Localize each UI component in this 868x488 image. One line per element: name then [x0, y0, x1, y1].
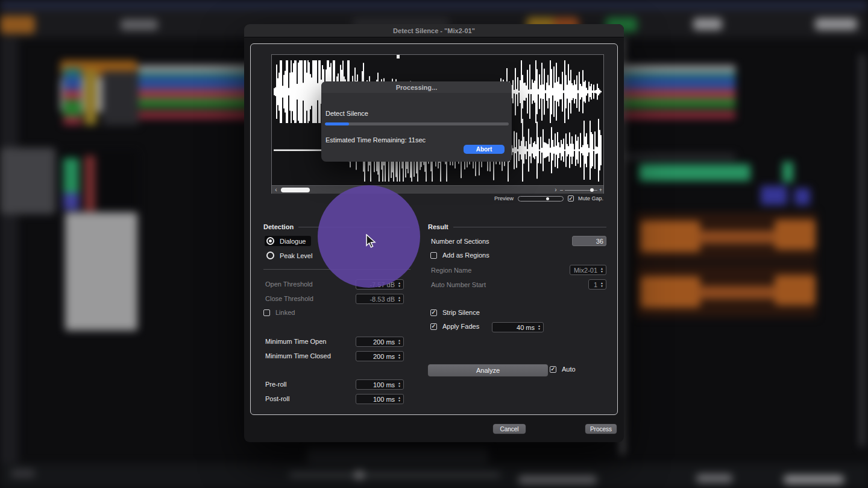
check-icon: ✓ [431, 309, 436, 315]
apply-fades-field[interactable]: 40 ms ▲▼ [492, 322, 544, 332]
stepper-icon[interactable]: ▲▼ [398, 353, 401, 359]
scroll-left-icon[interactable]: ‹ [272, 186, 280, 194]
open-threshold-field[interactable]: -7.57 dB ▲▼ [356, 279, 404, 290]
stepper-icon[interactable]: ▲▼ [398, 382, 401, 387]
region-name-label: Region Name [431, 267, 471, 274]
post-roll-value: 100 ms [373, 396, 395, 403]
scroll-right-icon[interactable]: › [552, 186, 560, 194]
detection-header: Detection [263, 223, 410, 230]
post-roll-label: Post-roll [265, 395, 289, 402]
radio-dialogue[interactable]: Dialogue [265, 236, 311, 246]
processing-title-bar[interactable]: Processing... [321, 81, 512, 93]
close-threshold-field[interactable]: -8.53 dB ▲▼ [356, 294, 404, 304]
progress-bar [325, 122, 509, 125]
stepper-icon[interactable]: ▲▼ [398, 282, 401, 287]
time-remaining-label: Estimated Time Remaining: 11sec [326, 136, 426, 144]
preview-slider[interactable] [518, 196, 564, 201]
stepper-icon[interactable]: ▲▼ [600, 282, 603, 287]
radio-dialogue-label: Dialogue [280, 238, 306, 245]
add-as-regions-checkbox[interactable] [430, 252, 437, 259]
close-threshold-value: -8.53 dB [370, 296, 395, 303]
dialog-title: Detect Silence - "Mix2-01" [393, 27, 475, 34]
detection-header-label: Detection [263, 223, 294, 230]
number-of-sections-label: Number of Sections [431, 238, 489, 245]
linked-label: Linked [275, 309, 295, 316]
preview-row: Preview ✓ Mute Gap. [494, 195, 603, 201]
pre-roll-label: Pre-roll [265, 381, 286, 388]
mute-gap-checkbox[interactable]: ✓ [568, 195, 574, 201]
open-threshold-label: Open Threshold [265, 280, 313, 288]
divider [298, 227, 410, 227]
number-of-sections-value-box: 36 [572, 236, 606, 246]
apply-fades-label: Apply Fades [442, 323, 479, 330]
processing-title: Processing... [396, 84, 437, 91]
linked-row[interactable]: Linked [263, 309, 295, 316]
auto-number-start-value: 1 [594, 281, 597, 288]
apply-fades-row[interactable]: ✓ Apply Fades [430, 323, 479, 330]
auto-checkbox[interactable]: ✓ [550, 366, 556, 373]
stepper-icon[interactable]: ▲▼ [538, 325, 541, 330]
apply-fades-checkbox[interactable]: ✓ [430, 323, 437, 330]
open-threshold-value: -7.57 dB [370, 281, 395, 288]
min-time-closed-label: Minimum Time Closed [265, 352, 331, 360]
processing-dialog: Processing... Detect Silence Estimated T… [321, 81, 512, 162]
pre-roll-field[interactable]: 100 ms ▲▼ [356, 379, 404, 390]
radio-dialogue-icon[interactable] [266, 237, 274, 245]
auto-row[interactable]: ✓ Auto [550, 366, 576, 373]
apply-fades-value: 40 ms [517, 324, 535, 331]
abort-button-label: Abort [476, 146, 492, 153]
check-icon: ✓ [568, 195, 573, 201]
analyze-button-label: Analyze [476, 367, 500, 374]
cancel-button-label: Cancel [500, 426, 518, 433]
zoom-slider-handle[interactable] [590, 188, 594, 192]
post-roll-field[interactable]: 100 ms ▲▼ [356, 394, 404, 404]
add-as-regions-label: Add as Regions [442, 252, 489, 259]
zoom-slider[interactable] [565, 190, 597, 191]
check-icon: ✓ [431, 323, 436, 329]
process-button[interactable]: Process [585, 424, 617, 434]
auto-number-start-field[interactable]: 1 ▲▼ [588, 279, 606, 290]
analyze-button[interactable]: Analyze [428, 364, 548, 376]
close-threshold-label: Close Threshold [265, 295, 313, 302]
region-name-field[interactable]: Mix2-01 ▲▼ [570, 265, 606, 275]
processing-task-label: Detect Silence [326, 110, 368, 117]
stepper-icon[interactable]: ▲▼ [398, 396, 401, 402]
stepper-icon[interactable]: ▲▼ [600, 267, 603, 273]
min-time-open-label: Minimum Time Open [265, 338, 326, 345]
preview-label: Preview [494, 195, 514, 201]
scrollbar-thumb[interactable] [281, 188, 310, 192]
result-header: Result [428, 223, 606, 230]
pre-roll-value: 100 ms [373, 381, 395, 388]
zoom-in-icon[interactable]: + [599, 187, 602, 193]
divider [263, 269, 410, 270]
add-as-regions-row[interactable]: Add as Regions [430, 252, 489, 259]
strip-silence-row[interactable]: ✓ Strip Silence [430, 309, 480, 316]
check-icon: ✓ [550, 366, 555, 372]
zoom-out-icon[interactable]: – [560, 187, 563, 193]
abort-button[interactable]: Abort [464, 145, 505, 154]
min-time-open-value: 200 ms [373, 338, 395, 346]
min-time-open-field[interactable]: 200 ms ▲▼ [356, 337, 404, 347]
stepper-icon[interactable]: ▲▼ [398, 296, 401, 302]
linked-checkbox[interactable] [263, 309, 270, 316]
waveform-scrollbar[interactable]: ‹ › – + [272, 185, 603, 194]
region-name-value: Mix2-01 [574, 267, 597, 274]
cancel-button[interactable]: Cancel [493, 424, 526, 434]
divider [453, 227, 606, 227]
preview-slider-handle[interactable] [546, 197, 549, 200]
strip-silence-checkbox[interactable]: ✓ [430, 309, 437, 316]
progress-bar-fill [325, 122, 349, 125]
playhead-marker [397, 55, 400, 59]
radio-peak-label: Peak Level [280, 252, 312, 259]
radio-peak-icon[interactable] [266, 252, 274, 259]
dialog-title-bar[interactable]: Detect Silence - "Mix2-01" [244, 24, 624, 37]
radio-peak-level[interactable]: Peak Level [266, 252, 312, 259]
strip-silence-label: Strip Silence [442, 309, 480, 316]
number-of-sections-value: 36 [596, 238, 603, 245]
auto-label: Auto [562, 366, 576, 373]
min-time-closed-value: 200 ms [373, 353, 395, 360]
zoom-control[interactable]: – + [560, 186, 602, 194]
min-time-closed-field[interactable]: 200 ms ▲▼ [356, 351, 404, 361]
mute-gap-label: Mute Gap. [578, 195, 603, 201]
stepper-icon[interactable]: ▲▼ [398, 339, 401, 344]
